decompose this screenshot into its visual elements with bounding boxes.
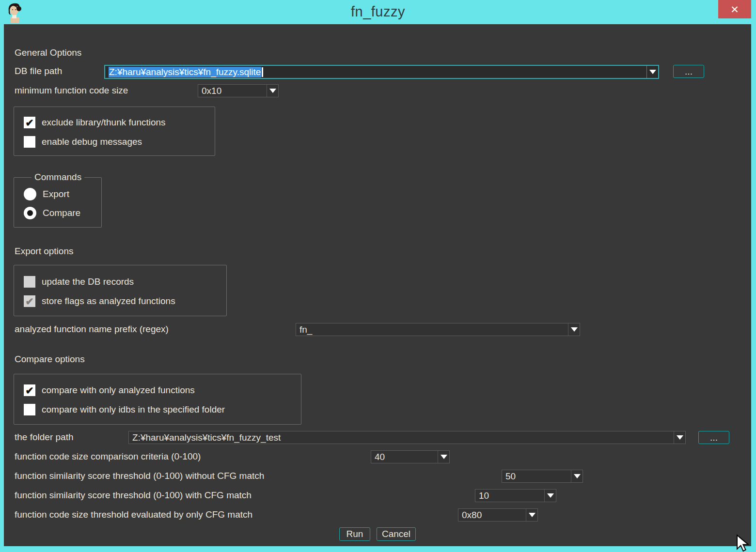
min-func-code-size-dropdown[interactable]: 0x10: [198, 84, 279, 97]
update-db-checkbox[interactable]: [24, 276, 35, 288]
radio-row-compare[interactable]: Compare: [24, 207, 80, 219]
close-icon: ✕: [730, 4, 739, 15]
similarity-with-cfg-dropdown-button[interactable]: [544, 490, 556, 502]
general-options-heading: General Options: [15, 47, 81, 58]
exclude-library-checkbox[interactable]: [24, 117, 35, 128]
code-size-cfg-label: function code size threshold evaluated b…: [15, 509, 252, 520]
db-file-path-value: Z:¥haru¥analysis¥tics¥fn_fuzzy.sqlite: [109, 67, 261, 77]
export-radio[interactable]: [24, 188, 36, 200]
close-button[interactable]: ✕: [718, 0, 751, 18]
db-file-path-value-area[interactable]: Z:¥haru¥analysis¥tics¥fn_fuzzy.sqlite: [105, 66, 646, 78]
prefix-combobox[interactable]: fn_: [296, 323, 580, 336]
size-criteria-label: function code size comparison criteria (…: [15, 451, 201, 462]
db-file-path-label: DB file path: [15, 66, 62, 77]
db-path-browse-button[interactable]: ...: [673, 65, 704, 78]
cancel-button[interactable]: Cancel: [377, 527, 416, 541]
size-criteria-dropdown-button[interactable]: [438, 451, 449, 463]
only-analyzed-checkbox[interactable]: [24, 384, 35, 396]
compare-options-heading: Compare options: [15, 354, 85, 365]
compare-radio-label: Compare: [43, 208, 80, 218]
chevron-down-icon: [677, 435, 683, 440]
checkbox-row-only-analyzed[interactable]: compare with only analyzed functions: [24, 384, 195, 397]
folder-path-browse-button[interactable]: ...: [698, 431, 729, 444]
chevron-down-icon: [649, 70, 656, 74]
folder-path-dropdown-button[interactable]: [674, 431, 685, 444]
min-size-dropdown-button[interactable]: [267, 85, 278, 97]
chevron-down-icon: [529, 513, 536, 517]
similarity-without-cfg-value: 50: [502, 470, 571, 482]
enable-debug-label: enable debug messages: [42, 137, 142, 147]
update-db-label: update the DB records: [42, 276, 134, 287]
enable-debug-checkbox[interactable]: [24, 136, 35, 148]
store-flags-checkbox[interactable]: [24, 295, 35, 307]
compare-radio[interactable]: [24, 207, 36, 219]
chevron-down-icon: [571, 327, 578, 332]
text-caret: [262, 67, 263, 77]
export-checkbox-group: update the DB records store flags as ana…: [14, 265, 227, 316]
titlebar: fn_fuzzy ✕: [0, 0, 756, 24]
min-func-code-size-label: minimum function code size: [15, 85, 128, 96]
store-flags-label: store flags as analyzed functions: [42, 296, 175, 307]
prefix-value: fn_: [296, 323, 568, 336]
similarity-with-cfg-dropdown[interactable]: 10: [475, 489, 556, 502]
code-size-cfg-dropdown-button[interactable]: [526, 509, 537, 521]
exclude-library-label: exclude library/thunk functions: [42, 117, 166, 128]
general-checkbox-group: exclude library/thunk functions enable d…: [14, 107, 215, 156]
chevron-down-icon: [441, 455, 447, 459]
similarity-with-cfg-value: 10: [475, 490, 544, 502]
min-func-code-size-value: 0x10: [198, 85, 267, 97]
checkbox-row-only-idbs[interactable]: compare with only idbs in the specified …: [24, 403, 225, 416]
similarity-with-cfg-label: function similarity score threshold (0-1…: [15, 490, 252, 501]
commands-group: Commands Export Compare: [14, 177, 102, 228]
folder-path-label: the folder path: [15, 432, 73, 443]
run-button[interactable]: Run: [339, 527, 370, 541]
size-criteria-value: 40: [371, 451, 438, 463]
chevron-down-icon: [269, 89, 276, 93]
chevron-down-icon: [574, 474, 581, 478]
checkbox-row-enable-debug[interactable]: enable debug messages: [24, 136, 142, 148]
export-options-heading: Export options: [15, 246, 73, 257]
only-idbs-checkbox[interactable]: [24, 404, 35, 415]
db-path-dropdown-button[interactable]: [646, 66, 658, 78]
radio-row-export[interactable]: Export: [24, 188, 69, 200]
db-file-path-combobox[interactable]: Z:¥haru¥analysis¥tics¥fn_fuzzy.sqlite: [104, 65, 659, 79]
only-analyzed-label: compare with only analyzed functions: [42, 385, 195, 396]
code-size-cfg-dropdown[interactable]: 0x80: [458, 508, 538, 521]
size-criteria-dropdown[interactable]: 40: [371, 450, 450, 463]
checkbox-row-update-db[interactable]: update the DB records: [24, 276, 134, 288]
prefix-label: analyzed function name prefix (regex): [15, 324, 169, 335]
checkbox-row-store-flags[interactable]: store flags as analyzed functions: [24, 295, 175, 307]
compare-checkbox-group: compare with only analyzed functions com…: [14, 374, 301, 425]
similarity-without-cfg-dropdown-button[interactable]: [571, 470, 583, 482]
window-title: fn_fuzzy: [0, 4, 756, 20]
similarity-without-cfg-label: function similarity score threshold (0-1…: [15, 471, 264, 481]
folder-path-combobox[interactable]: Z:¥haru¥analysis¥tics¥fn_fuzzy_test: [128, 431, 686, 444]
commands-legend: Commands: [32, 172, 84, 183]
export-radio-label: Export: [43, 189, 69, 199]
fn-fuzzy-dialog: General Options DB file path Z:¥haru¥ana…: [4, 24, 751, 546]
similarity-without-cfg-dropdown[interactable]: 50: [502, 470, 583, 483]
only-idbs-label: compare with only idbs in the specified …: [42, 404, 225, 415]
folder-path-value: Z:¥haru¥analysis¥tics¥fn_fuzzy_test: [129, 431, 674, 444]
mouse-cursor-arrow: [735, 534, 754, 552]
code-size-cfg-value: 0x80: [458, 509, 526, 521]
chevron-down-icon: [547, 493, 554, 498]
checkbox-row-exclude-library[interactable]: exclude library/thunk functions: [24, 116, 166, 129]
prefix-dropdown-button[interactable]: [568, 323, 580, 336]
